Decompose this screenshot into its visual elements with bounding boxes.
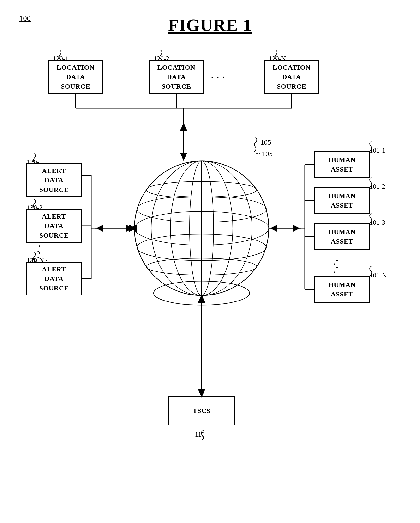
human-asset-1: HUMANASSET bbox=[314, 151, 370, 178]
svg-marker-39 bbox=[293, 225, 300, 232]
svg-point-5 bbox=[146, 258, 257, 275]
human-asset-3: HUMANASSET bbox=[314, 223, 370, 250]
dots-human: .. bbox=[333, 258, 336, 274]
svg-marker-17 bbox=[180, 123, 187, 131]
svg-point-0 bbox=[135, 161, 269, 295]
ref-human3: 101-3 bbox=[370, 219, 385, 226]
svg-marker-29 bbox=[96, 225, 103, 232]
location-data-source-2: LOCATIONDATASOURCE bbox=[149, 60, 204, 94]
svg-point-6 bbox=[190, 161, 214, 295]
svg-marker-25 bbox=[130, 225, 137, 232]
ref-100: 100 bbox=[19, 14, 31, 23]
ref-humanN: 101-N bbox=[370, 271, 387, 279]
svg-marker-26 bbox=[129, 225, 136, 232]
svg-marker-30 bbox=[126, 225, 133, 232]
dots-loc: . . . bbox=[211, 71, 226, 80]
svg-marker-41 bbox=[198, 294, 205, 303]
page: FIGURE 1 100 120-1 120-2 120-N LOCATIOND… bbox=[0, 0, 420, 523]
svg-point-8 bbox=[151, 161, 252, 295]
tscs-box: TSCS bbox=[168, 396, 235, 425]
dots-alert3: 130-N · bbox=[27, 257, 48, 264]
svg-point-2 bbox=[135, 212, 269, 245]
human-asset-n: HUMANASSET bbox=[314, 276, 370, 303]
svg-point-7 bbox=[170, 161, 233, 295]
ref-human2: 101-2 bbox=[370, 183, 385, 190]
alert-data-source-1: ALERTDATASOURCE bbox=[26, 163, 82, 197]
ref-globe: ~ 105 bbox=[256, 149, 273, 158]
ref-human1: 101-1 bbox=[370, 147, 385, 154]
svg-point-3 bbox=[137, 234, 266, 261]
location-data-source-n: LOCATIONDATASOURCE bbox=[264, 60, 319, 94]
location-data-source-1: LOCATIONDATASOURCE bbox=[48, 60, 103, 94]
svg-point-10 bbox=[154, 281, 250, 305]
svg-marker-18 bbox=[180, 153, 187, 161]
ref-globe-label: 105 bbox=[260, 138, 271, 146]
svg-point-4 bbox=[146, 181, 257, 198]
dots-alert-mid: ·· bbox=[38, 243, 40, 257]
svg-point-1 bbox=[137, 196, 266, 222]
alert-data-source-2: ALERTDATASOURCE bbox=[26, 209, 82, 243]
figure-title: FIGURE 1 bbox=[0, 15, 420, 35]
ref-tscs: 110 bbox=[195, 431, 205, 438]
alert-data-source-n: ALERTDATASOURCE bbox=[26, 262, 82, 295]
dots-human-mid: ·· bbox=[336, 257, 338, 271]
svg-marker-38 bbox=[270, 225, 277, 232]
human-asset-2: HUMANASSET bbox=[314, 187, 370, 214]
